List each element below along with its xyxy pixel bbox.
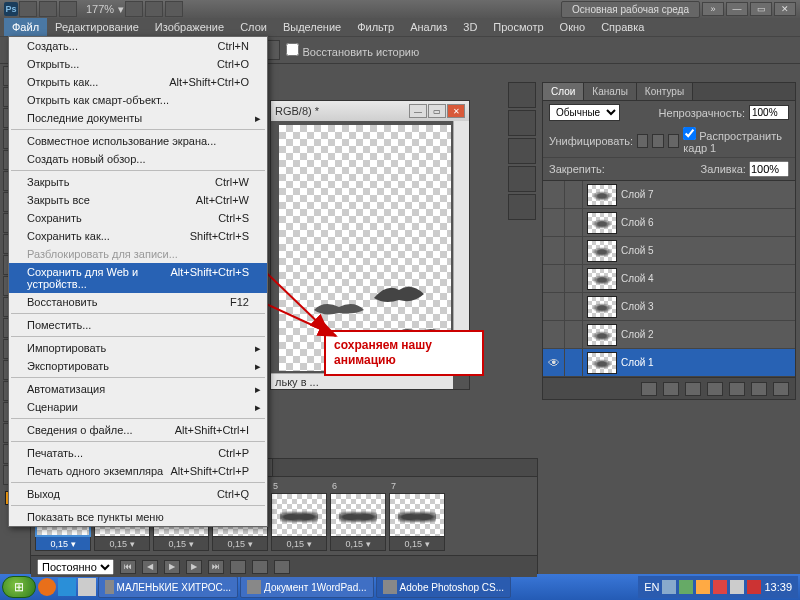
- clock[interactable]: 13:39: [764, 581, 792, 593]
- animation-frame[interactable]: 60,15 ▾: [330, 481, 386, 551]
- delete-frame-button[interactable]: [274, 560, 290, 574]
- menu-файл[interactable]: Файл: [4, 18, 47, 36]
- unify-icon[interactable]: [668, 134, 679, 148]
- menu-item[interactable]: Закрыть всеAlt+Ctrl+W: [9, 191, 267, 209]
- animation-frame[interactable]: 50,15 ▾: [271, 481, 327, 551]
- menu-item[interactable]: Последние документы: [9, 109, 267, 127]
- titlebar-tool[interactable]: [39, 1, 57, 17]
- tray-icon[interactable]: [679, 580, 693, 594]
- menu-item[interactable]: Сохранить для Web и устройств...Alt+Shif…: [9, 263, 267, 293]
- layer-row[interactable]: Слой 3: [543, 293, 795, 321]
- visibility-toggle[interactable]: [543, 321, 565, 349]
- restore-history[interactable]: Восстановить историю: [286, 43, 419, 58]
- link-layers-icon[interactable]: [641, 382, 657, 396]
- menu-item[interactable]: ВыходCtrl+Q: [9, 485, 267, 503]
- propagate-checkbox[interactable]: Распространить кадр 1: [683, 127, 789, 154]
- panel-tab[interactable]: Слои: [543, 83, 584, 100]
- collapsed-panel[interactable]: [508, 110, 536, 136]
- menu-окно[interactable]: Окно: [552, 18, 594, 36]
- fill-input[interactable]: [749, 161, 789, 177]
- menu-item[interactable]: ЗакрытьCtrl+W: [9, 173, 267, 191]
- visibility-toggle[interactable]: [543, 209, 565, 237]
- unify-icon[interactable]: [637, 134, 648, 148]
- menu-item[interactable]: Открыть...Ctrl+O: [9, 55, 267, 73]
- tray-icon[interactable]: [713, 580, 727, 594]
- tray-icon[interactable]: [696, 580, 710, 594]
- menu-просмотр[interactable]: Просмотр: [485, 18, 551, 36]
- tray-icon[interactable]: [662, 580, 676, 594]
- titlebar-tool[interactable]: [125, 1, 143, 17]
- layer-row[interactable]: Слой 4: [543, 265, 795, 293]
- menu-редактирование[interactable]: Редактирование: [47, 18, 147, 36]
- menu-анализ[interactable]: Анализ: [402, 18, 455, 36]
- menu-изображение[interactable]: Изображение: [147, 18, 232, 36]
- layer-row[interactable]: Слой 7: [543, 181, 795, 209]
- opacity-input[interactable]: [749, 105, 789, 120]
- doc-maximize[interactable]: ▭: [428, 104, 446, 118]
- menu-item[interactable]: ВосстановитьF12: [9, 293, 267, 311]
- titlebar-tool[interactable]: [145, 1, 163, 17]
- next-frame-button[interactable]: ▶: [186, 560, 202, 574]
- start-button[interactable]: ⊞: [2, 576, 36, 598]
- menu-item[interactable]: Сохранить как...Shift+Ctrl+S: [9, 227, 267, 245]
- collapsed-panel[interactable]: [508, 166, 536, 192]
- animation-frame[interactable]: 70,15 ▾: [389, 481, 445, 551]
- menu-item[interactable]: Показать все пункты меню: [9, 508, 267, 526]
- minimize-button[interactable]: —: [726, 2, 748, 16]
- doc-minimize[interactable]: —: [409, 104, 427, 118]
- menu-item[interactable]: Автоматизация: [9, 380, 267, 398]
- tray-icon[interactable]: [730, 580, 744, 594]
- adjustment-icon[interactable]: [707, 382, 723, 396]
- menu-item[interactable]: СохранитьCtrl+S: [9, 209, 267, 227]
- workspace-switcher[interactable]: Основная рабочая среда: [561, 1, 700, 18]
- quicklaunch-icon[interactable]: [78, 578, 96, 596]
- layer-row[interactable]: Слой 2: [543, 321, 795, 349]
- lang-indicator[interactable]: EN: [644, 581, 659, 593]
- zoom-readout[interactable]: 177% ▾: [86, 3, 124, 16]
- titlebar-tool[interactable]: [165, 1, 183, 17]
- tray-icon[interactable]: [747, 580, 761, 594]
- menu-item[interactable]: Создать...Ctrl+N: [9, 37, 267, 55]
- menu-3d[interactable]: 3D: [455, 18, 485, 36]
- group-icon[interactable]: [729, 382, 745, 396]
- collapsed-panel[interactable]: [508, 82, 536, 108]
- fx-icon[interactable]: [663, 382, 679, 396]
- visibility-toggle[interactable]: [543, 265, 565, 293]
- document-titlebar[interactable]: RGB/8) * — ▭ ✕: [271, 101, 469, 121]
- visibility-toggle[interactable]: [543, 293, 565, 321]
- menu-item[interactable]: Создать новый обзор...: [9, 150, 267, 168]
- menu-item[interactable]: Открыть как...Alt+Shift+Ctrl+O: [9, 73, 267, 91]
- taskbar-button[interactable]: Adobe Photoshop CS...: [376, 576, 512, 598]
- menu-item[interactable]: Совместное использование экрана...: [9, 132, 267, 150]
- menu-item[interactable]: Импортировать: [9, 339, 267, 357]
- visibility-toggle[interactable]: [543, 181, 565, 209]
- quicklaunch-icon[interactable]: [58, 578, 76, 596]
- loop-select[interactable]: Постоянно: [37, 559, 114, 575]
- menu-item[interactable]: Поместить...: [9, 316, 267, 334]
- titlebar-tool[interactable]: [19, 1, 37, 17]
- collapsed-panel[interactable]: [508, 194, 536, 220]
- menu-item[interactable]: Печатать...Ctrl+P: [9, 444, 267, 462]
- panel-tab[interactable]: Контуры: [637, 83, 693, 100]
- blend-mode-select[interactable]: Обычные: [549, 104, 620, 121]
- layer-row[interactable]: Слой 5: [543, 237, 795, 265]
- first-frame-button[interactable]: ⏮: [120, 560, 136, 574]
- doc-close[interactable]: ✕: [447, 104, 465, 118]
- prev-frame-button[interactable]: ◀: [142, 560, 158, 574]
- menu-item[interactable]: Экспортировать: [9, 357, 267, 375]
- trash-icon[interactable]: [773, 382, 789, 396]
- menu-выделение[interactable]: Выделение: [275, 18, 349, 36]
- layer-row[interactable]: Слой 6: [543, 209, 795, 237]
- menu-item[interactable]: Сценарии: [9, 398, 267, 416]
- maximize-button[interactable]: ▭: [750, 2, 772, 16]
- new-frame-button[interactable]: [252, 560, 268, 574]
- play-button[interactable]: ▶: [164, 560, 180, 574]
- taskbar-button[interactable]: МАЛЕНЬКИЕ ХИТРОС...: [98, 576, 238, 598]
- menu-item[interactable]: Сведения о файле...Alt+Shift+Ctrl+I: [9, 421, 267, 439]
- mask-icon[interactable]: [685, 382, 701, 396]
- visibility-toggle[interactable]: 👁: [543, 349, 565, 377]
- visibility-toggle[interactable]: [543, 237, 565, 265]
- close-button[interactable]: ✕: [774, 2, 796, 16]
- menu-слои[interactable]: Слои: [232, 18, 275, 36]
- collapsed-panel[interactable]: [508, 138, 536, 164]
